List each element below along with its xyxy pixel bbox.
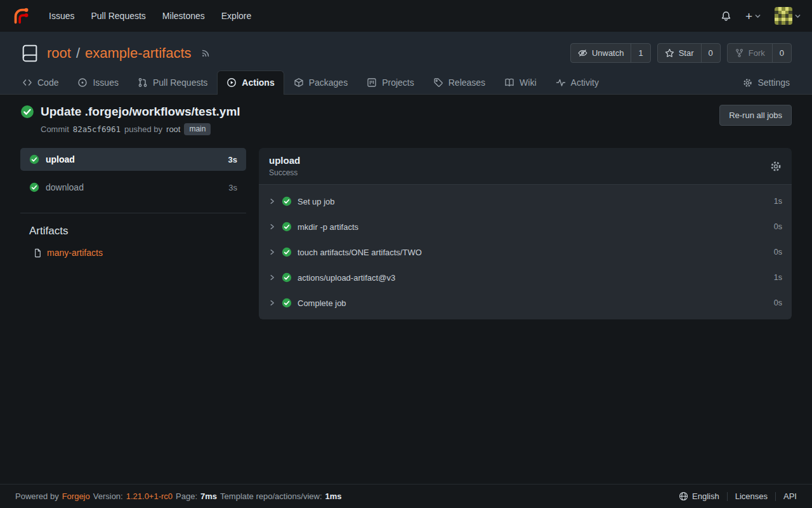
step-success-icon [282, 272, 292, 283]
step-row-complete-job[interactable]: Complete job 0s [259, 290, 792, 316]
step-duration: 0s [774, 298, 782, 307]
page-time: 7ms [200, 491, 217, 501]
plus-icon: + [745, 10, 752, 22]
chevron-right-icon [268, 223, 276, 231]
star-label: Star [679, 48, 694, 58]
gear-icon [743, 78, 752, 88]
fork-button[interactable]: Fork 0 [727, 43, 792, 63]
job-item-upload[interactable]: upload 3s [20, 148, 246, 171]
job-item-download[interactable]: download 3s [20, 176, 246, 199]
rss-feed-button[interactable] [200, 48, 211, 58]
globe-icon [679, 491, 688, 501]
star-count[interactable]: 0 [701, 44, 720, 62]
unwatch-label: Unwatch [592, 48, 624, 58]
sidebar-divider [20, 213, 246, 213]
step-name: actions/upload-artifact@v3 [298, 273, 395, 283]
step-name: touch artifacts/ONE artifacts/TWO [298, 248, 422, 257]
tab-settings[interactable]: Settings [733, 70, 799, 95]
api-link[interactable]: API [783, 491, 797, 501]
tab-packages[interactable]: Packages [284, 70, 357, 95]
nav-item-milestones[interactable]: Milestones [154, 6, 213, 26]
watch-count[interactable]: 1 [631, 44, 650, 62]
chevron-right-icon [268, 274, 276, 281]
tab-activity[interactable]: Activity [546, 70, 608, 95]
tag-icon [433, 77, 443, 88]
job-detail-header: upload Success [259, 148, 792, 185]
file-icon [33, 248, 43, 258]
footer: Powered by Forgejo Version: 1.21.0+1-rc0… [0, 484, 812, 508]
repo-owner-link[interactable]: root [47, 45, 71, 62]
step-name: mkdir -p artifacts [298, 222, 358, 232]
nav-item-pull-requests[interactable]: Pull Requests [82, 6, 154, 26]
repo-breadcrumb: root / example-artifacts [47, 45, 192, 62]
artifacts-heading: Artifacts [29, 225, 246, 237]
nav-item-explore[interactable]: Explore [213, 6, 259, 26]
forgejo-logo-icon [11, 6, 30, 25]
package-icon [294, 77, 304, 88]
step-row-upload-artifact[interactable]: actions/upload-artifact@v3 1s [259, 265, 792, 290]
pulse-icon [556, 77, 566, 88]
job-steps-list: Set up job 1s mkdir -p artifacts 0s touc… [259, 185, 792, 319]
step-row-mkdir[interactable]: mkdir -p artifacts 0s [259, 214, 792, 239]
template-time: 1ms [325, 491, 342, 501]
notifications-button[interactable] [721, 11, 731, 22]
step-row-setup-job[interactable]: Set up job 1s [259, 189, 792, 214]
tab-actions[interactable]: Actions [217, 70, 284, 95]
chevron-down-icon [795, 14, 801, 18]
rerun-all-jobs-button[interactable]: Re-run all jobs [719, 105, 792, 126]
language-label: English [692, 491, 719, 501]
tab-actions-label: Actions [242, 77, 274, 88]
tab-code-label: Code [37, 77, 58, 88]
step-row-touch[interactable]: touch artifacts/ONE artifacts/TWO 0s [259, 239, 792, 265]
licenses-link[interactable]: Licenses [735, 491, 768, 501]
chevron-right-icon [268, 299, 276, 307]
footer-left: Powered by Forgejo Version: 1.21.0+1-rc0… [15, 491, 342, 501]
fork-count[interactable]: 0 [772, 44, 791, 62]
language-selector[interactable]: English [679, 491, 719, 501]
commit-sha-link[interactable]: 82a5cf6961 [73, 124, 121, 134]
create-new-dropdown[interactable]: + [745, 10, 761, 22]
tab-projects-label: Projects [382, 77, 414, 88]
tab-wiki-label: Wiki [520, 77, 536, 88]
job-duration: 3s [228, 155, 237, 164]
forgejo-link[interactable]: Forgejo [62, 491, 90, 501]
pushed-by-text: pushed by [124, 124, 162, 134]
unwatch-button[interactable]: Unwatch 1 [570, 43, 651, 63]
nav-item-issues[interactable]: Issues [41, 6, 82, 26]
job-detail-card: upload Success Set up job 1s [259, 148, 792, 319]
rss-icon [200, 48, 211, 58]
artifact-download-link[interactable]: many-artifacts [47, 248, 103, 258]
commit-line: Commit 82a5cf6961 pushed by root main [41, 123, 240, 135]
step-duration: 0s [774, 248, 782, 257]
pusher-link[interactable]: root [166, 124, 180, 134]
step-success-icon [282, 247, 292, 257]
user-menu-dropdown[interactable] [775, 7, 801, 25]
chevron-right-icon [268, 197, 276, 205]
job-options-button[interactable] [770, 161, 782, 172]
job-name: upload [46, 154, 222, 164]
run-title-row: Update .forgejo/workflows/test.yml [20, 105, 240, 119]
tab-projects[interactable]: Projects [357, 70, 424, 95]
job-detail-title-block: upload Success [269, 155, 300, 177]
step-success-icon [282, 298, 292, 308]
tab-code[interactable]: Code [13, 70, 68, 95]
fork-icon [735, 48, 744, 58]
version-link[interactable]: 1.21.0+1-rc0 [126, 491, 173, 501]
tab-wiki[interactable]: Wiki [495, 70, 546, 95]
branch-badge[interactable]: main [184, 123, 211, 135]
tab-issues[interactable]: Issues [68, 70, 128, 95]
repo-name-link[interactable]: example-artifacts [85, 45, 192, 62]
step-name: Set up job [298, 197, 335, 206]
forgejo-logo[interactable] [11, 6, 30, 25]
job-duration: 3s [228, 183, 237, 192]
star-button[interactable]: Star 0 [657, 43, 721, 63]
footer-divider [775, 492, 776, 501]
repo-icon [20, 44, 39, 63]
unwatch-label-wrap: Unwatch [571, 44, 631, 62]
job-detail-name: upload [269, 155, 300, 166]
job-success-icon [29, 154, 39, 164]
star-icon [665, 48, 674, 58]
job-success-icon [29, 182, 39, 192]
tab-pull-requests[interactable]: Pull Requests [128, 70, 217, 95]
tab-releases[interactable]: Releases [424, 70, 495, 95]
